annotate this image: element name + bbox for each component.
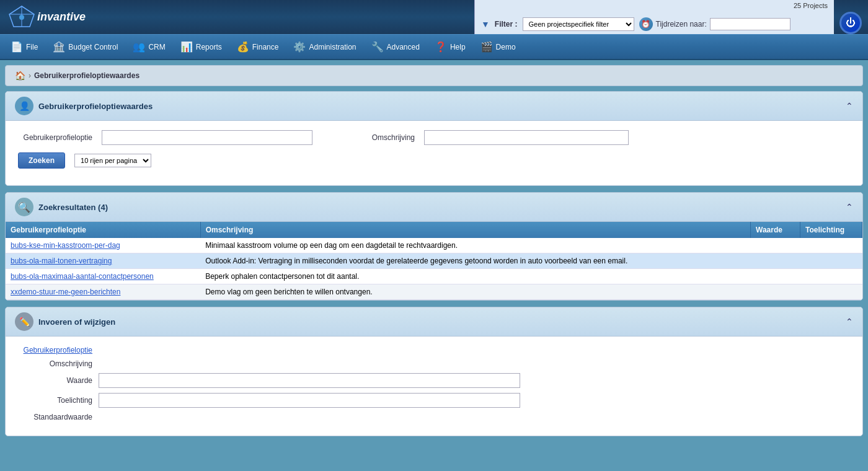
app-title: invantive [37,11,86,24]
reports-icon: 📊 [180,41,193,53]
power-button[interactable] [839,12,862,34]
results-section-title: Zoekresultaten (4) [38,203,841,212]
search-section: 👤 Gebruikerprofieloptiewaardes ⌃ Gebruik… [5,91,863,186]
result-gebruikerprofieloptie-cell[interactable]: xxdemo-stuur-me-geen-berichten [6,284,200,300]
result-toelichting-cell [800,269,862,284]
invoer-row-omschrijving: Omschrijving [18,359,850,368]
filter-label: Filter : [495,20,518,29]
result-waarde-cell [751,284,800,300]
nav-reports[interactable]: 📊 Reports [173,37,229,56]
search-form-row2: Zoeken 10 rijen per pagina 25 rijen per … [18,152,850,169]
search-result-icon: 🔍 [15,198,33,216]
invoer-row-standaardwaarde: Standaardwaarde [18,413,850,421]
invoer-row-toelichting: Toelichting [18,393,850,408]
results-collapse-btn[interactable]: ⌃ [846,202,853,212]
gebruikerprofieloptie-input[interactable] [102,130,312,145]
search-section-title: Gebruikerprofieloptiewaardes [38,102,841,111]
invoer-collapse-btn[interactable]: ⌃ [846,317,853,327]
demo-icon: 🎬 [480,41,493,53]
table-row[interactable]: xxdemo-stuur-me-geen-berichtenDemo vlag … [6,284,862,300]
result-waarde-cell [751,238,800,253]
nav-crm[interactable]: 👥 CRM [125,37,172,56]
tijdreizen-input[interactable] [710,18,790,30]
result-toelichting-cell [800,284,862,300]
projects-count: 25 Projects [794,2,828,9]
col-header-waarde: Waarde [751,222,800,238]
tijdreizen-label: Tijdreizen naar: [656,20,707,29]
results-table: Gebruikerprofieloptie Omschrijving Waard… [6,222,862,300]
nav-file[interactable]: 📄 File [3,37,45,56]
clock-icon: ⏰ [639,17,653,31]
result-gebruikerprofieloptie-cell[interactable]: bubs-ola-mail-tonen-vertraging [6,253,200,269]
administration-icon: ⚙️ [293,41,306,53]
results-section: 🔍 Zoekresultaten (4) ⌃ Gebruikerprofielo… [5,192,863,301]
file-icon: 📄 [11,41,23,53]
invoer-omschrijving-label: Omschrijving [18,359,99,368]
nav-administration[interactable]: ⚙️ Administration [286,37,363,56]
svg-point-3 [19,15,24,20]
result-omschrijving-cell: Beperk ophalen contactpersonen tot dit a… [200,269,750,284]
invoer-standaardwaarde-label: Standaardwaarde [18,413,99,421]
invoer-form-body: Gebruikerprofieloptie Omschrijving Waard… [6,337,862,436]
filter-select[interactable]: Geen projectspecifiek filter [523,17,634,31]
search-section-header[interactable]: 👤 Gebruikerprofieloptiewaardes ⌃ [6,92,862,121]
finance-icon: 💰 [237,41,249,53]
result-gebruikerprofieloptie-cell[interactable]: bubs-kse-min-kasstroom-per-dag [6,238,200,253]
invoer-row-gebruikerprofieloptie: Gebruikerprofieloptie [18,346,850,354]
invoer-toelichting-label: Toelichting [18,396,99,405]
search-button[interactable]: Zoeken [18,152,65,169]
table-row[interactable]: bubs-kse-min-kasstroom-per-dagMinimaal k… [6,238,862,253]
gebruikerprofieloptie-label: Gebruikerprofieloptie [18,133,92,142]
invoer-row-waarde: Waarde [18,373,850,388]
result-gebruikerprofieloptie-cell[interactable]: bubs-ola-maximaal-aantal-contactpersonen [6,269,200,284]
search-section-body: Gebruikerprofieloptie Omschrijving Zoeke… [6,121,862,185]
invoer-gebruikerprofieloptie-label: Gebruikerprofieloptie [18,346,99,354]
rows-per-page-select[interactable]: 10 rijen per pagina 25 rijen per pagina … [74,154,151,167]
col-header-gebruikerprofieloptie: Gebruikerprofieloptie [6,222,200,238]
search-form-row1: Gebruikerprofieloptie Omschrijving [18,130,850,145]
result-toelichting-cell [800,253,862,269]
result-omschrijving-cell: Minimaal kasstroom volume op een dag om … [200,238,750,253]
help-icon: ❓ [435,41,447,53]
results-table-container: Gebruikerprofieloptie Omschrijving Waard… [6,222,862,300]
result-omschrijving-cell: Demo vlag om geen berichten te willen on… [200,284,750,300]
invoer-section-title: Invoeren of wijzigen [38,317,841,327]
invoer-waarde-input[interactable] [99,373,520,388]
nav-advanced[interactable]: 🔧 Advanced [364,37,427,56]
advanced-icon: 🔧 [371,41,384,53]
invoer-section-header[interactable]: ✏️ Invoeren of wijzigen ⌃ [6,307,862,337]
result-omschrijving-cell: Outlook Add-in: Vertraging in millisecon… [200,253,750,269]
table-row[interactable]: bubs-ola-mail-tonen-vertragingOutlook Ad… [6,253,862,269]
crm-icon: 👥 [133,41,145,53]
breadcrumb: 🏠 › Gebruikerprofieloptiewaardes [5,65,863,86]
search-collapse-btn[interactable]: ⌃ [846,101,853,111]
breadcrumb-text: Gebruikerprofieloptiewaardes [34,71,140,80]
result-waarde-cell [751,253,800,269]
col-header-omschrijving: Omschrijving [200,222,750,238]
home-icon[interactable]: 🏠 [15,71,25,81]
user-icon: 👤 [15,97,33,115]
nav-help[interactable]: ❓ Help [427,37,473,56]
breadcrumb-separator: › [29,71,31,80]
omschrijving-input[interactable] [424,130,629,145]
table-row[interactable]: bubs-ola-maximaal-aantal-contactpersonen… [6,269,862,284]
nav-demo[interactable]: 🎬 Demo [473,37,523,56]
nav-budget-control[interactable]: 🏦 Budget Control [45,37,125,56]
result-waarde-cell [751,269,800,284]
nav-finance[interactable]: 💰 Finance [229,37,286,56]
filter-icon: ▼ [481,19,490,29]
results-section-header[interactable]: 🔍 Zoekresultaten (4) ⌃ [6,193,862,222]
logo: invantive [6,5,86,30]
result-toelichting-cell [800,238,862,253]
edit-icon: ✏️ [15,312,33,331]
col-header-toelichting: Toelichting [800,222,862,238]
invoer-waarde-label: Waarde [18,376,99,385]
invoer-section: ✏️ Invoeren of wijzigen ⌃ Gebruikerprofi… [5,307,863,436]
budget-icon: 🏦 [53,41,65,53]
navigation-bar: 📄 File 🏦 Budget Control 👥 CRM 📊 Reports … [0,34,868,60]
invoer-toelichting-input[interactable] [99,393,520,408]
omschrijving-label: Omschrijving [340,133,415,142]
